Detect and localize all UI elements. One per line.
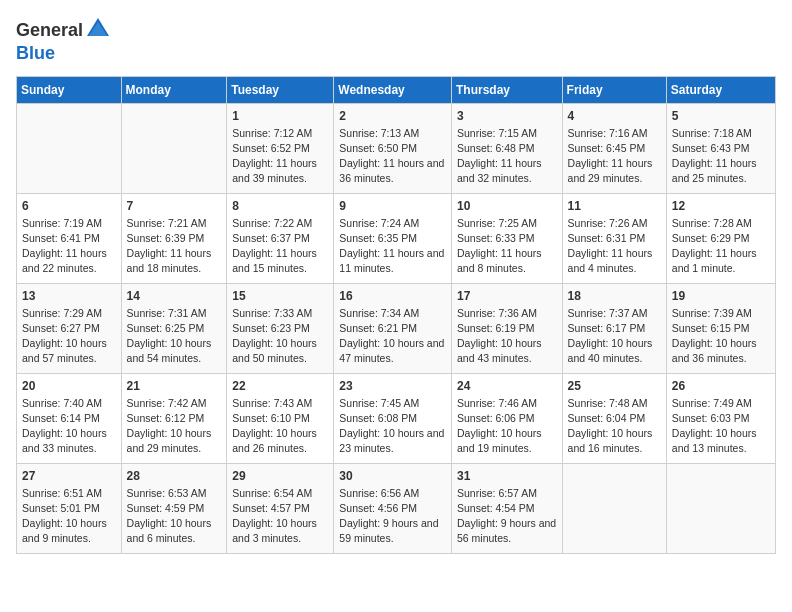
calendar-cell: 15Sunrise: 7:33 AM Sunset: 6:23 PM Dayli…: [227, 283, 334, 373]
day-number: 21: [127, 378, 222, 395]
day-number: 17: [457, 288, 557, 305]
calendar-cell: 19Sunrise: 7:39 AM Sunset: 6:15 PM Dayli…: [666, 283, 775, 373]
calendar-week-row: 13Sunrise: 7:29 AM Sunset: 6:27 PM Dayli…: [17, 283, 776, 373]
day-info: Sunrise: 7:39 AM Sunset: 6:15 PM Dayligh…: [672, 306, 770, 365]
calendar-cell: 23Sunrise: 7:45 AM Sunset: 6:08 PM Dayli…: [334, 373, 452, 463]
day-info: Sunrise: 7:29 AM Sunset: 6:27 PM Dayligh…: [22, 306, 116, 365]
weekday-header-row: SundayMondayTuesdayWednesdayThursdayFrid…: [17, 76, 776, 103]
day-info: Sunrise: 7:18 AM Sunset: 6:43 PM Dayligh…: [672, 126, 770, 185]
day-number: 2: [339, 108, 446, 125]
calendar-cell: 14Sunrise: 7:31 AM Sunset: 6:25 PM Dayli…: [121, 283, 227, 373]
calendar-cell: 18Sunrise: 7:37 AM Sunset: 6:17 PM Dayli…: [562, 283, 666, 373]
calendar-cell: 17Sunrise: 7:36 AM Sunset: 6:19 PM Dayli…: [451, 283, 562, 373]
day-info: Sunrise: 7:43 AM Sunset: 6:10 PM Dayligh…: [232, 396, 328, 455]
day-number: 18: [568, 288, 661, 305]
day-number: 27: [22, 468, 116, 485]
day-info: Sunrise: 7:24 AM Sunset: 6:35 PM Dayligh…: [339, 216, 446, 275]
day-info: Sunrise: 7:36 AM Sunset: 6:19 PM Dayligh…: [457, 306, 557, 365]
day-info: Sunrise: 7:42 AM Sunset: 6:12 PM Dayligh…: [127, 396, 222, 455]
day-number: 30: [339, 468, 446, 485]
calendar-cell: 1Sunrise: 7:12 AM Sunset: 6:52 PM Daylig…: [227, 103, 334, 193]
day-info: Sunrise: 7:33 AM Sunset: 6:23 PM Dayligh…: [232, 306, 328, 365]
calendar-cell: [121, 103, 227, 193]
logo: General Blue: [16, 16, 111, 64]
calendar-cell: 12Sunrise: 7:28 AM Sunset: 6:29 PM Dayli…: [666, 193, 775, 283]
day-number: 19: [672, 288, 770, 305]
day-info: Sunrise: 7:19 AM Sunset: 6:41 PM Dayligh…: [22, 216, 116, 275]
day-info: Sunrise: 7:16 AM Sunset: 6:45 PM Dayligh…: [568, 126, 661, 185]
day-number: 14: [127, 288, 222, 305]
calendar-cell: 16Sunrise: 7:34 AM Sunset: 6:21 PM Dayli…: [334, 283, 452, 373]
day-number: 16: [339, 288, 446, 305]
day-info: Sunrise: 7:22 AM Sunset: 6:37 PM Dayligh…: [232, 216, 328, 275]
day-number: 7: [127, 198, 222, 215]
day-info: Sunrise: 7:46 AM Sunset: 6:06 PM Dayligh…: [457, 396, 557, 455]
calendar-cell: 13Sunrise: 7:29 AM Sunset: 6:27 PM Dayli…: [17, 283, 122, 373]
calendar-cell: 27Sunrise: 6:51 AM Sunset: 5:01 PM Dayli…: [17, 463, 122, 553]
day-number: 24: [457, 378, 557, 395]
calendar-cell: 28Sunrise: 6:53 AM Sunset: 4:59 PM Dayli…: [121, 463, 227, 553]
calendar-cell: 26Sunrise: 7:49 AM Sunset: 6:03 PM Dayli…: [666, 373, 775, 463]
day-number: 25: [568, 378, 661, 395]
calendar-week-row: 27Sunrise: 6:51 AM Sunset: 5:01 PM Dayli…: [17, 463, 776, 553]
day-number: 15: [232, 288, 328, 305]
day-info: Sunrise: 7:34 AM Sunset: 6:21 PM Dayligh…: [339, 306, 446, 365]
calendar-cell: [17, 103, 122, 193]
day-number: 31: [457, 468, 557, 485]
calendar-cell: 5Sunrise: 7:18 AM Sunset: 6:43 PM Daylig…: [666, 103, 775, 193]
calendar-cell: 30Sunrise: 6:56 AM Sunset: 4:56 PM Dayli…: [334, 463, 452, 553]
day-info: Sunrise: 6:57 AM Sunset: 4:54 PM Dayligh…: [457, 486, 557, 545]
day-number: 4: [568, 108, 661, 125]
day-number: 9: [339, 198, 446, 215]
calendar-cell: 25Sunrise: 7:48 AM Sunset: 6:04 PM Dayli…: [562, 373, 666, 463]
calendar-cell: 6Sunrise: 7:19 AM Sunset: 6:41 PM Daylig…: [17, 193, 122, 283]
day-info: Sunrise: 7:31 AM Sunset: 6:25 PM Dayligh…: [127, 306, 222, 365]
day-info: Sunrise: 7:21 AM Sunset: 6:39 PM Dayligh…: [127, 216, 222, 275]
calendar-cell: 10Sunrise: 7:25 AM Sunset: 6:33 PM Dayli…: [451, 193, 562, 283]
calendar-cell: 20Sunrise: 7:40 AM Sunset: 6:14 PM Dayli…: [17, 373, 122, 463]
day-info: Sunrise: 7:25 AM Sunset: 6:33 PM Dayligh…: [457, 216, 557, 275]
day-number: 11: [568, 198, 661, 215]
day-info: Sunrise: 7:48 AM Sunset: 6:04 PM Dayligh…: [568, 396, 661, 455]
day-number: 1: [232, 108, 328, 125]
day-info: Sunrise: 6:51 AM Sunset: 5:01 PM Dayligh…: [22, 486, 116, 545]
weekday-header-sunday: Sunday: [17, 76, 122, 103]
day-number: 28: [127, 468, 222, 485]
day-info: Sunrise: 7:26 AM Sunset: 6:31 PM Dayligh…: [568, 216, 661, 275]
day-info: Sunrise: 7:13 AM Sunset: 6:50 PM Dayligh…: [339, 126, 446, 185]
day-number: 6: [22, 198, 116, 215]
calendar-cell: 22Sunrise: 7:43 AM Sunset: 6:10 PM Dayli…: [227, 373, 334, 463]
day-number: 5: [672, 108, 770, 125]
weekday-header-thursday: Thursday: [451, 76, 562, 103]
day-number: 23: [339, 378, 446, 395]
calendar-week-row: 1Sunrise: 7:12 AM Sunset: 6:52 PM Daylig…: [17, 103, 776, 193]
day-number: 29: [232, 468, 328, 485]
weekday-header-wednesday: Wednesday: [334, 76, 452, 103]
weekday-header-friday: Friday: [562, 76, 666, 103]
calendar-table: SundayMondayTuesdayWednesdayThursdayFrid…: [16, 76, 776, 554]
calendar-cell: 29Sunrise: 6:54 AM Sunset: 4:57 PM Dayli…: [227, 463, 334, 553]
day-info: Sunrise: 7:37 AM Sunset: 6:17 PM Dayligh…: [568, 306, 661, 365]
day-info: Sunrise: 6:53 AM Sunset: 4:59 PM Dayligh…: [127, 486, 222, 545]
day-info: Sunrise: 7:28 AM Sunset: 6:29 PM Dayligh…: [672, 216, 770, 275]
weekday-header-tuesday: Tuesday: [227, 76, 334, 103]
calendar-cell: 11Sunrise: 7:26 AM Sunset: 6:31 PM Dayli…: [562, 193, 666, 283]
calendar-cell: 3Sunrise: 7:15 AM Sunset: 6:48 PM Daylig…: [451, 103, 562, 193]
day-number: 13: [22, 288, 116, 305]
day-info: Sunrise: 7:40 AM Sunset: 6:14 PM Dayligh…: [22, 396, 116, 455]
day-info: Sunrise: 6:54 AM Sunset: 4:57 PM Dayligh…: [232, 486, 328, 545]
day-info: Sunrise: 7:15 AM Sunset: 6:48 PM Dayligh…: [457, 126, 557, 185]
day-number: 8: [232, 198, 328, 215]
calendar-cell: 24Sunrise: 7:46 AM Sunset: 6:06 PM Dayli…: [451, 373, 562, 463]
calendar-week-row: 20Sunrise: 7:40 AM Sunset: 6:14 PM Dayli…: [17, 373, 776, 463]
calendar-cell: 7Sunrise: 7:21 AM Sunset: 6:39 PM Daylig…: [121, 193, 227, 283]
calendar-cell: 8Sunrise: 7:22 AM Sunset: 6:37 PM Daylig…: [227, 193, 334, 283]
calendar-cell: 4Sunrise: 7:16 AM Sunset: 6:45 PM Daylig…: [562, 103, 666, 193]
calendar-cell: [666, 463, 775, 553]
day-info: Sunrise: 7:45 AM Sunset: 6:08 PM Dayligh…: [339, 396, 446, 455]
calendar-cell: 2Sunrise: 7:13 AM Sunset: 6:50 PM Daylig…: [334, 103, 452, 193]
day-number: 22: [232, 378, 328, 395]
logo-icon: [85, 16, 111, 42]
calendar-cell: [562, 463, 666, 553]
day-info: Sunrise: 7:49 AM Sunset: 6:03 PM Dayligh…: [672, 396, 770, 455]
